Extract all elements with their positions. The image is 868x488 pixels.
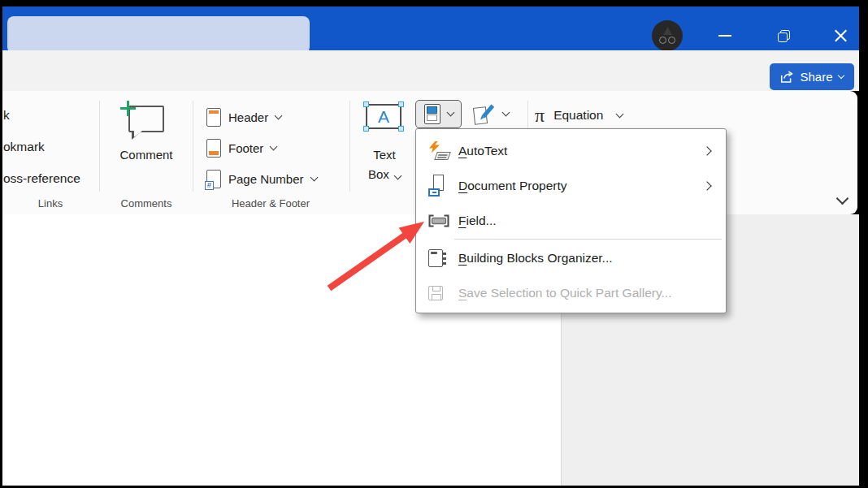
document-property-icon xyxy=(428,175,448,196)
header-label: Header xyxy=(228,110,268,124)
avatar-incognito-icon xyxy=(663,27,672,35)
group-label-header-footer: Header & Footer xyxy=(202,197,340,209)
header-button[interactable]: Header xyxy=(206,105,281,129)
menu-item-label: AutoText xyxy=(458,144,704,158)
group-separator xyxy=(193,101,193,192)
menu-item-autotext[interactable]: AutoText xyxy=(416,133,726,168)
group-label-comments: Comments xyxy=(104,197,189,209)
page-number-icon: # xyxy=(206,170,221,188)
quick-parts-button[interactable] xyxy=(415,100,462,128)
text-box-label-line1: Text xyxy=(358,148,411,162)
text-box-button[interactable]: A Text Box xyxy=(358,96,411,187)
chevron-down-icon xyxy=(446,109,454,117)
building-blocks-icon xyxy=(428,249,443,267)
menu-item-label: Document Property xyxy=(458,179,704,193)
minimize-button[interactable] xyxy=(712,23,738,49)
hash-glyph: # xyxy=(205,181,214,190)
share-icon xyxy=(780,71,794,84)
footer-icon xyxy=(206,139,221,158)
page-number-button[interactable]: # Page Number xyxy=(206,166,317,191)
signature-line-icon xyxy=(474,103,495,126)
title-bar xyxy=(2,6,859,50)
menu-item-label: Building Blocks Organizer... xyxy=(458,251,714,266)
share-button[interactable]: Share xyxy=(770,63,854,90)
ribbon-item-bookmark-fragment[interactable]: okmark xyxy=(3,140,45,154)
text-box-label-line2: Box xyxy=(358,167,411,181)
header-icon xyxy=(206,108,221,127)
share-label: Share xyxy=(800,70,832,84)
close-button[interactable] xyxy=(827,23,853,49)
chevron-down-icon xyxy=(501,109,510,117)
chevron-down-icon xyxy=(394,172,402,180)
comment-button[interactable]: Comment xyxy=(104,96,189,187)
chevron-down-icon xyxy=(275,111,283,119)
group-separator xyxy=(349,101,350,192)
chevron-down-icon xyxy=(310,173,318,181)
ribbon-item-cross-reference-fragment[interactable]: oss-reference xyxy=(3,171,80,186)
menu-item-building-blocks-organizer[interactable]: Building Blocks Organizer... xyxy=(416,240,726,275)
comment-label: Comment xyxy=(104,148,189,162)
signature-line-button[interactable] xyxy=(467,99,514,129)
ribbon-item-link-fragment[interactable]: k xyxy=(3,108,10,123)
pi-icon: π xyxy=(535,106,545,124)
footer-label: Footer xyxy=(228,141,263,155)
submenu-arrow-icon xyxy=(702,181,711,190)
chevron-down-icon xyxy=(835,192,848,205)
field-icon xyxy=(428,214,449,227)
restore-icon xyxy=(778,30,790,42)
menu-item-label: Field... xyxy=(458,214,714,228)
save-icon xyxy=(428,286,443,300)
plus-icon xyxy=(120,101,136,116)
group-separator xyxy=(99,101,100,192)
menu-item-label: Save Selection to Quick Part Gallery... xyxy=(458,286,714,300)
collapse-ribbon-button[interactable] xyxy=(834,193,850,208)
chevron-down-icon xyxy=(616,110,624,118)
footer-button[interactable]: Footer xyxy=(206,136,276,160)
ribbon-tab-row: eveloper Help xyxy=(2,50,859,91)
menu-separator xyxy=(454,239,722,240)
comment-icon xyxy=(128,106,164,132)
text-box-a-glyph: A xyxy=(378,107,389,127)
equation-button[interactable]: π Equation xyxy=(535,102,623,128)
submenu-arrow-icon xyxy=(702,146,711,155)
minimize-icon xyxy=(718,35,731,37)
group-label-links: Links xyxy=(15,197,86,209)
profile-avatar[interactable] xyxy=(652,20,683,51)
chevron-down-icon xyxy=(270,142,278,150)
autotext-icon xyxy=(428,141,449,161)
text-box-icon: A xyxy=(366,104,401,129)
equation-label: Equation xyxy=(553,108,603,123)
close-icon xyxy=(833,28,848,44)
titlebar-search-box[interactable] xyxy=(7,16,310,54)
menu-item-document-property[interactable]: Document Property xyxy=(416,168,726,203)
chevron-down-icon xyxy=(837,71,844,78)
quick-parts-menu: AutoText Document Property Field... Buil… xyxy=(415,128,727,313)
menu-item-field[interactable]: Field... xyxy=(416,203,726,238)
quick-parts-icon xyxy=(424,104,441,124)
menu-item-save-selection: Save Selection to Quick Part Gallery... xyxy=(416,275,726,310)
restore-button[interactable] xyxy=(770,23,796,49)
page-number-label: Page Number xyxy=(228,172,304,186)
